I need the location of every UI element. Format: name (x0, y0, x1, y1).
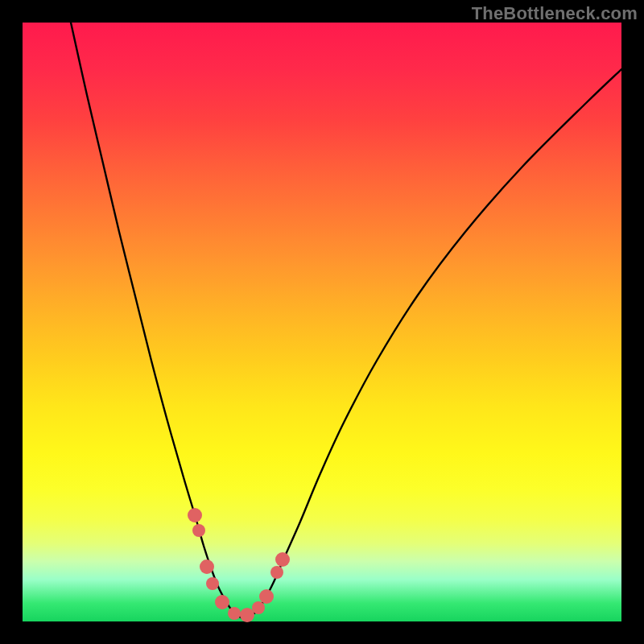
bottleneck-curve (23, 23, 621, 621)
data-marker (188, 508, 202, 522)
watermark-text: TheBottleneck.com (472, 3, 638, 24)
data-marker (228, 607, 241, 620)
plot-area (23, 23, 621, 621)
data-marker (275, 552, 290, 567)
data-marker (215, 595, 229, 609)
data-marker (192, 524, 205, 537)
chart-frame: TheBottleneck.com (0, 0, 644, 644)
data-marker (259, 589, 274, 604)
data-marker (206, 577, 219, 590)
data-marker (252, 601, 265, 614)
data-marker (270, 566, 283, 579)
data-marker (200, 559, 214, 574)
